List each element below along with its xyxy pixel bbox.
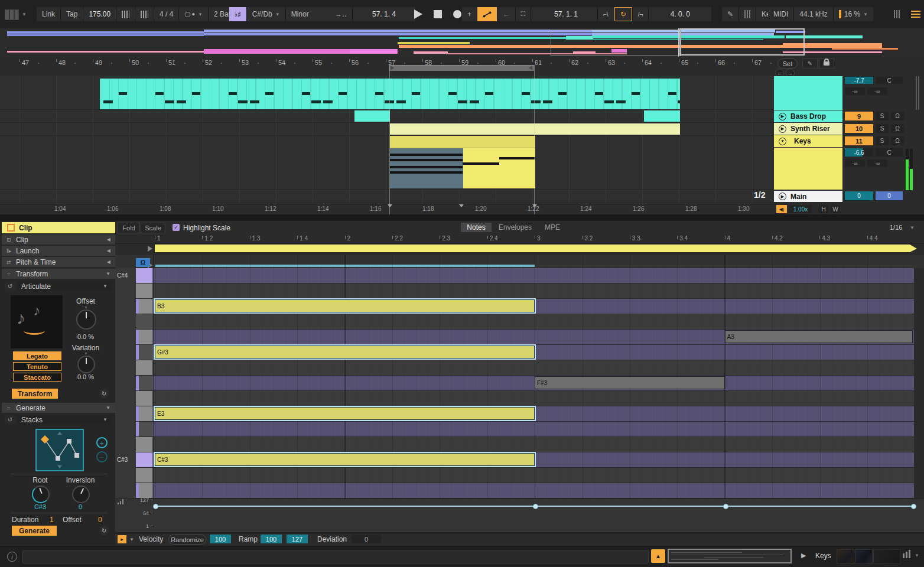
time-ruler-marker[interactable] [459, 204, 464, 207]
piano-key-A#3[interactable] [136, 314, 152, 329]
highlight-scale-checkbox[interactable]: ✓ [173, 224, 180, 231]
bar-number[interactable]: 56 [352, 59, 359, 66]
chevron-down-icon[interactable]: ▼ [22, 12, 27, 21]
midi-note-F#3[interactable]: F#3 [535, 376, 725, 389]
scrollbar[interactable] [918, 76, 919, 110]
variation-value[interactable]: 0.0 % [64, 373, 108, 380]
metronome-button[interactable]: ◯●▼ [179, 7, 207, 21]
pane-divider[interactable] [0, 214, 924, 221]
deviation-field[interactable]: 0 [352, 535, 381, 543]
section-pitch-time[interactable]: ⇄Pitch & Time◀ [2, 257, 115, 267]
arrangement-minimap[interactable] [668, 549, 792, 563]
send-b-keys[interactable]: -∞ [867, 159, 887, 167]
piano-key-G3[interactable] [136, 360, 152, 375]
beat-time-ruler[interactable] [0, 57, 774, 76]
offset-value[interactable]: 0.0 % [64, 333, 108, 340]
send-b-field[interactable]: -∞ [867, 87, 887, 95]
freeze-button-bass-drop[interactable]: Ω [891, 112, 904, 120]
follow-button[interactable]: →‥ [330, 7, 352, 21]
section-generate[interactable]: ⁙Generate▼ [2, 403, 115, 413]
tab-notes[interactable]: Notes [461, 223, 492, 232]
bar-number[interactable]: 51 [168, 59, 175, 66]
track-volume-field[interactable]: -7.7 [845, 77, 873, 84]
solo-button-keys[interactable]: S [876, 136, 889, 145]
velocity-point[interactable] [533, 504, 538, 509]
preset-cycle-button[interactable]: ↺ [5, 415, 15, 424]
draw-mode-button[interactable]: ✎ [722, 7, 738, 21]
stacks-visualization[interactable] [35, 429, 84, 471]
lane-toggle-button[interactable]: ▸ [118, 535, 126, 543]
tenuto-button[interactable]: Tenuto [13, 362, 61, 371]
track-header-main[interactable]: ▶ Main [774, 191, 842, 202]
re-enable-automation-button[interactable]: ← [497, 7, 515, 21]
velocity-point[interactable] [911, 504, 916, 509]
track-color-block-keys[interactable] [774, 148, 842, 190]
pitch-row-C#4[interactable] [152, 268, 914, 283]
computer-midi-keyboard-button[interactable] [739, 7, 756, 21]
pitch-row-D3[interactable] [152, 437, 914, 452]
root-knob[interactable] [32, 485, 50, 503]
freeze-button-synth-riser[interactable]: Ω [891, 124, 904, 133]
overview-view-box[interactable] [679, 28, 805, 56]
grid-value[interactable]: 1/16 [890, 224, 902, 231]
punch-in-button[interactable]: ⌐\ [598, 7, 614, 21]
offset-knob[interactable] [76, 309, 96, 330]
cpu-meter[interactable]: 16 %▼ [834, 7, 873, 21]
back-to-arrangement-button[interactable]: ⛶ [516, 7, 531, 21]
play-icon[interactable]: ▶ [779, 125, 786, 133]
chevron-left-icon[interactable]: ◀ [107, 237, 110, 242]
duration-value[interactable]: 1 [50, 516, 54, 524]
freeze-button-keys[interactable]: Ω [891, 136, 904, 145]
device-thumbnail[interactable] [855, 549, 873, 564]
main-pan-field[interactable]: 0 [876, 191, 903, 200]
bar-number[interactable]: 54 [278, 59, 285, 66]
piano-key-C#3[interactable] [136, 452, 152, 467]
send-a-keys[interactable]: -∞ [845, 159, 865, 167]
zoom-width-button[interactable]: W [831, 205, 840, 213]
midi-note-C#3[interactable]: C#3 [155, 453, 535, 466]
unfold-track-icon[interactable]: ▾ [779, 138, 786, 145]
scale-mode-button[interactable]: ♭♯ [229, 7, 246, 21]
bar-number[interactable]: 63 [608, 59, 615, 66]
time-ruler-marker[interactable] [532, 204, 537, 207]
tab-mpe[interactable]: MPE [539, 223, 566, 232]
track-header-synth-riser[interactable]: ▶ Synth Riser [774, 123, 842, 135]
pitch-row-F3[interactable] [152, 391, 914, 406]
arrangement-lanes[interactable] [0, 76, 774, 204]
bar-number[interactable]: 47 [22, 59, 29, 66]
nudge-down-button[interactable] [116, 7, 135, 21]
bar-number[interactable]: 55 [315, 59, 322, 66]
legato-button[interactable]: Legato [13, 351, 61, 360]
variation-knob[interactable] [77, 356, 95, 373]
piano-key-C4[interactable] [136, 284, 152, 298]
transform-preset-select[interactable]: Articulate▼ [18, 282, 111, 291]
time-ruler-marker[interactable] [388, 204, 392, 207]
chevron-left-icon[interactable]: ◀ [107, 248, 110, 253]
set-locator-button[interactable]: Set [777, 58, 798, 69]
arrangement-position-field[interactable]: 57. 1. 4 [353, 7, 415, 21]
link-button[interactable]: Link [37, 7, 60, 21]
loop-length-field[interactable]: 4. 0. 0 [649, 7, 711, 21]
bar-number[interactable]: 62 [571, 59, 578, 66]
pitch-row-F#3[interactable] [152, 376, 914, 390]
play-icon[interactable]: ▶ [779, 113, 786, 120]
main-volume-field[interactable]: 0 [845, 191, 873, 200]
piano-key-C3[interactable] [136, 468, 152, 483]
scrollbar[interactable] [916, 76, 917, 110]
pitch-row-G3[interactable] [152, 360, 914, 375]
midi-note-G#3[interactable]: G#3 [155, 346, 535, 359]
bar-number[interactable]: 49 [95, 59, 102, 66]
chevron-down-icon[interactable]: ▼ [106, 405, 110, 410]
tab-envelopes[interactable]: Envelopes [495, 223, 535, 232]
pr-loop-end-arrow[interactable] [910, 245, 917, 252]
remove-node-button[interactable]: − [96, 451, 108, 462]
staccato-button[interactable]: Staccato [13, 373, 61, 382]
solo-button-synth-riser[interactable]: S [876, 124, 889, 133]
pitch-row-B2[interactable] [152, 483, 914, 498]
meter-icon[interactable] [909, 550, 910, 558]
pr-loop-start-marker[interactable] [148, 246, 152, 252]
punch-out-button[interactable]: /¬ [633, 7, 649, 21]
chevron-down-icon[interactable]: ▼ [106, 271, 110, 276]
chevron-down-icon[interactable]: ▼ [129, 537, 134, 542]
section-launch[interactable]: ‖▸Launch◀ [2, 246, 115, 256]
